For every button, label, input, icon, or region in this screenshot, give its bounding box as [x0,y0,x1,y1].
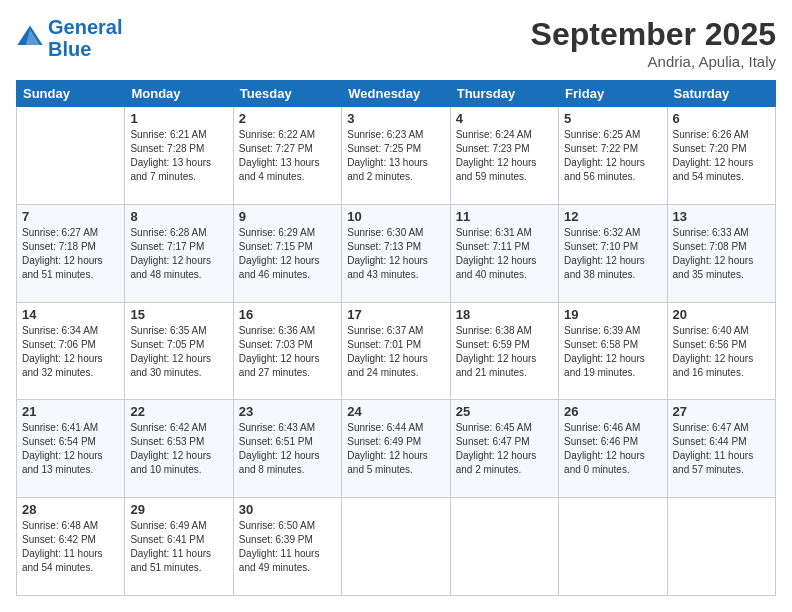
calendar-day-cell: 7 Sunrise: 6:27 AM Sunset: 7:18 PM Dayli… [17,204,125,302]
title-block: September 2025 Andria, Apulia, Italy [531,16,776,70]
day-number: 26 [564,404,661,419]
calendar-day-cell: 10 Sunrise: 6:30 AM Sunset: 7:13 PM Dayl… [342,204,450,302]
weekday-header: Sunday [17,81,125,107]
day-number: 21 [22,404,119,419]
day-info: Sunrise: 6:40 AM Sunset: 6:56 PM Dayligh… [673,324,770,380]
daylight-label: Daylight: 12 hours and 35 minutes. [673,255,754,280]
calendar-day-cell [667,498,775,596]
sunset-label: Sunset: 6:51 PM [239,436,313,447]
sunset-label: Sunset: 7:10 PM [564,241,638,252]
day-number: 20 [673,307,770,322]
day-number: 30 [239,502,336,517]
calendar-day-cell: 19 Sunrise: 6:39 AM Sunset: 6:58 PM Dayl… [559,302,667,400]
calendar-day-cell: 20 Sunrise: 6:40 AM Sunset: 6:56 PM Dayl… [667,302,775,400]
day-info: Sunrise: 6:44 AM Sunset: 6:49 PM Dayligh… [347,421,444,477]
sunrise-label: Sunrise: 6:46 AM [564,422,640,433]
sunrise-label: Sunrise: 6:50 AM [239,520,315,531]
sunrise-label: Sunrise: 6:22 AM [239,129,315,140]
day-number: 7 [22,209,119,224]
calendar-day-cell: 16 Sunrise: 6:36 AM Sunset: 7:03 PM Dayl… [233,302,341,400]
location: Andria, Apulia, Italy [531,53,776,70]
calendar-day-cell: 9 Sunrise: 6:29 AM Sunset: 7:15 PM Dayli… [233,204,341,302]
daylight-label: Daylight: 12 hours and 10 minutes. [130,450,211,475]
daylight-label: Daylight: 13 hours and 7 minutes. [130,157,211,182]
day-number: 12 [564,209,661,224]
calendar-day-cell: 24 Sunrise: 6:44 AM Sunset: 6:49 PM Dayl… [342,400,450,498]
daylight-label: Daylight: 12 hours and 24 minutes. [347,353,428,378]
calendar-day-cell: 17 Sunrise: 6:37 AM Sunset: 7:01 PM Dayl… [342,302,450,400]
sunset-label: Sunset: 7:01 PM [347,339,421,350]
sunset-label: Sunset: 7:22 PM [564,143,638,154]
daylight-label: Daylight: 12 hours and 43 minutes. [347,255,428,280]
day-info: Sunrise: 6:39 AM Sunset: 6:58 PM Dayligh… [564,324,661,380]
daylight-label: Daylight: 12 hours and 30 minutes. [130,353,211,378]
weekday-header: Thursday [450,81,558,107]
day-number: 17 [347,307,444,322]
calendar-day-cell: 4 Sunrise: 6:24 AM Sunset: 7:23 PM Dayli… [450,107,558,205]
calendar-day-cell: 13 Sunrise: 6:33 AM Sunset: 7:08 PM Dayl… [667,204,775,302]
weekday-header: Saturday [667,81,775,107]
day-info: Sunrise: 6:50 AM Sunset: 6:39 PM Dayligh… [239,519,336,575]
calendar-day-cell: 11 Sunrise: 6:31 AM Sunset: 7:11 PM Dayl… [450,204,558,302]
calendar-day-cell: 25 Sunrise: 6:45 AM Sunset: 6:47 PM Dayl… [450,400,558,498]
day-info: Sunrise: 6:47 AM Sunset: 6:44 PM Dayligh… [673,421,770,477]
daylight-label: Daylight: 11 hours and 51 minutes. [130,548,211,573]
sunset-label: Sunset: 7:13 PM [347,241,421,252]
logo-icon [16,24,44,52]
sunset-label: Sunset: 7:03 PM [239,339,313,350]
sunset-label: Sunset: 7:28 PM [130,143,204,154]
daylight-label: Daylight: 12 hours and 21 minutes. [456,353,537,378]
daylight-label: Daylight: 13 hours and 2 minutes. [347,157,428,182]
daylight-label: Daylight: 12 hours and 5 minutes. [347,450,428,475]
sunset-label: Sunset: 6:46 PM [564,436,638,447]
logo: General Blue [16,16,122,60]
sunset-label: Sunset: 7:27 PM [239,143,313,154]
calendar-day-cell: 28 Sunrise: 6:48 AM Sunset: 6:42 PM Dayl… [17,498,125,596]
day-number: 10 [347,209,444,224]
sunrise-label: Sunrise: 6:26 AM [673,129,749,140]
day-number: 16 [239,307,336,322]
day-number: 23 [239,404,336,419]
daylight-label: Daylight: 12 hours and 40 minutes. [456,255,537,280]
calendar-day-cell: 12 Sunrise: 6:32 AM Sunset: 7:10 PM Dayl… [559,204,667,302]
sunrise-label: Sunrise: 6:41 AM [22,422,98,433]
sunrise-label: Sunrise: 6:35 AM [130,325,206,336]
sunrise-label: Sunrise: 6:36 AM [239,325,315,336]
daylight-label: Daylight: 12 hours and 48 minutes. [130,255,211,280]
daylight-label: Daylight: 12 hours and 46 minutes. [239,255,320,280]
day-number: 8 [130,209,227,224]
sunrise-label: Sunrise: 6:38 AM [456,325,532,336]
calendar-day-cell: 3 Sunrise: 6:23 AM Sunset: 7:25 PM Dayli… [342,107,450,205]
day-info: Sunrise: 6:30 AM Sunset: 7:13 PM Dayligh… [347,226,444,282]
calendar-day-cell: 26 Sunrise: 6:46 AM Sunset: 6:46 PM Dayl… [559,400,667,498]
day-number: 1 [130,111,227,126]
sunset-label: Sunset: 6:42 PM [22,534,96,545]
calendar-day-cell: 29 Sunrise: 6:49 AM Sunset: 6:41 PM Dayl… [125,498,233,596]
sunset-label: Sunset: 6:49 PM [347,436,421,447]
day-number: 18 [456,307,553,322]
calendar-day-cell: 30 Sunrise: 6:50 AM Sunset: 6:39 PM Dayl… [233,498,341,596]
day-info: Sunrise: 6:23 AM Sunset: 7:25 PM Dayligh… [347,128,444,184]
header: General Blue September 2025 Andria, Apul… [16,16,776,70]
daylight-label: Daylight: 12 hours and 51 minutes. [22,255,103,280]
sunset-label: Sunset: 7:15 PM [239,241,313,252]
day-info: Sunrise: 6:41 AM Sunset: 6:54 PM Dayligh… [22,421,119,477]
sunrise-label: Sunrise: 6:30 AM [347,227,423,238]
sunrise-label: Sunrise: 6:23 AM [347,129,423,140]
sunrise-label: Sunrise: 6:27 AM [22,227,98,238]
day-info: Sunrise: 6:25 AM Sunset: 7:22 PM Dayligh… [564,128,661,184]
sunset-label: Sunset: 6:47 PM [456,436,530,447]
sunset-label: Sunset: 6:44 PM [673,436,747,447]
sunrise-label: Sunrise: 6:40 AM [673,325,749,336]
calendar-week-row: 21 Sunrise: 6:41 AM Sunset: 6:54 PM Dayl… [17,400,776,498]
day-info: Sunrise: 6:49 AM Sunset: 6:41 PM Dayligh… [130,519,227,575]
day-number: 5 [564,111,661,126]
daylight-label: Daylight: 11 hours and 57 minutes. [673,450,754,475]
day-info: Sunrise: 6:32 AM Sunset: 7:10 PM Dayligh… [564,226,661,282]
calendar-header-row: SundayMondayTuesdayWednesdayThursdayFrid… [17,81,776,107]
sunset-label: Sunset: 7:05 PM [130,339,204,350]
day-number: 28 [22,502,119,517]
sunrise-label: Sunrise: 6:39 AM [564,325,640,336]
daylight-label: Daylight: 13 hours and 4 minutes. [239,157,320,182]
daylight-label: Daylight: 12 hours and 59 minutes. [456,157,537,182]
